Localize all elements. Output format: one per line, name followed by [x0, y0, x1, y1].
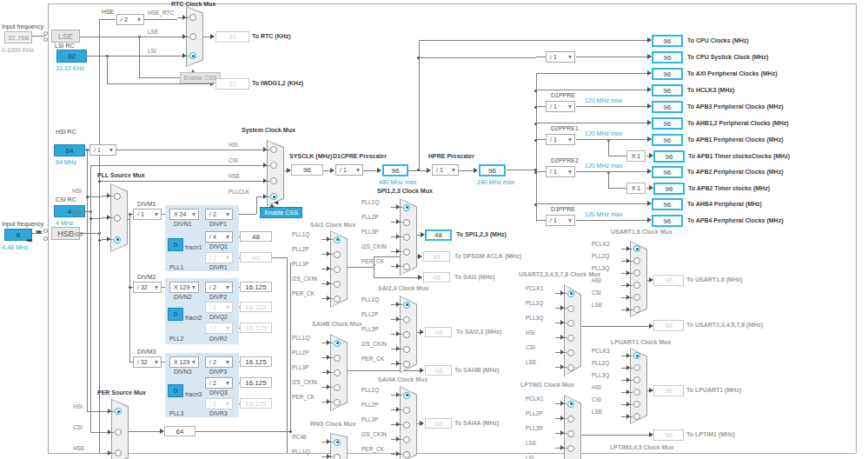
mux-radio[interactable]	[567, 320, 574, 327]
mux-radio[interactable]	[633, 282, 640, 289]
mux-radio[interactable]	[334, 340, 341, 347]
mux-radio[interactable]	[633, 389, 640, 396]
mux-radio[interactable]	[403, 436, 410, 443]
d1cpre-select[interactable]: / 1	[335, 164, 363, 176]
mux-radio[interactable]	[567, 364, 574, 371]
mux-radio[interactable]	[334, 281, 341, 288]
mux-radio[interactable]	[270, 177, 277, 184]
mux-radio[interactable]	[403, 422, 410, 429]
mux-radio[interactable]	[334, 266, 341, 273]
mux-radio[interactable]	[567, 305, 574, 312]
mux-radio[interactable]	[633, 352, 640, 359]
output-row-ahb12: 96To AHB1,2 Peripheral Clocks (MHz)	[536, 117, 868, 130]
mux-radio[interactable]	[403, 263, 410, 270]
divq1-select[interactable]: / 4	[205, 231, 233, 243]
mux-radio[interactable]	[403, 451, 410, 458]
mux-radio[interactable]	[334, 439, 341, 446]
lse-oscillator-button[interactable]: LSE	[51, 30, 80, 43]
lse-input-frequency-field[interactable]: 32.768	[4, 31, 32, 43]
mux-radio[interactable]	[567, 430, 574, 437]
mux-radio[interactable]	[115, 429, 122, 436]
mux-radio[interactable]	[403, 316, 410, 323]
mux-radio[interactable]	[403, 407, 410, 414]
prescaler-select[interactable]: / 1	[546, 51, 575, 63]
divp3-select[interactable]: / 2	[205, 356, 233, 368]
mux-radio[interactable]	[633, 376, 640, 383]
mux-radio[interactable]	[115, 408, 122, 415]
mux-radio[interactable]	[334, 296, 341, 303]
hpre-select[interactable]: / 1	[432, 164, 459, 176]
mux-radio[interactable]	[334, 384, 341, 391]
mux-radio[interactable]	[403, 234, 410, 241]
hsi-divider-select[interactable]: / 1	[89, 144, 116, 156]
mux-radio[interactable]	[403, 204, 410, 211]
mux-radio[interactable]	[334, 399, 341, 406]
divm2-select[interactable]: / 32	[133, 282, 162, 293]
mux-radio[interactable]	[403, 219, 410, 226]
mux-radio[interactable]	[567, 290, 574, 297]
divn2-select[interactable]: X 129	[169, 282, 199, 293]
mux-radio[interactable]	[334, 236, 341, 243]
mux-radio[interactable]	[633, 257, 640, 264]
mux-radio[interactable]	[115, 449, 122, 456]
mux-radio[interactable]	[633, 364, 640, 371]
divm1-select[interactable]: / 1	[133, 209, 162, 220]
prescaler-select[interactable]: / 1	[546, 101, 575, 112]
divq3-select[interactable]: / 2	[205, 377, 233, 389]
mux-radio[interactable]	[403, 331, 410, 338]
mux-radio[interactable]	[114, 215, 121, 222]
divq2-select[interactable]: / 2	[205, 302, 233, 313]
mux-radio[interactable]	[403, 249, 410, 256]
mux-radio[interactable]	[403, 361, 410, 368]
mux-radio[interactable]	[633, 306, 640, 313]
divm3-select[interactable]: / 32	[133, 356, 162, 368]
mux-radio[interactable]	[403, 302, 410, 309]
mux-radio[interactable]	[270, 146, 277, 153]
lsi-value-box[interactable]: 32	[56, 50, 87, 63]
mux-radio[interactable]	[270, 162, 277, 169]
prescaler-select[interactable]: / 1	[546, 134, 575, 145]
mux-radio[interactable]	[633, 401, 640, 408]
divn3-select[interactable]: X 129	[169, 356, 199, 368]
fracn1-box[interactable]: 0	[168, 238, 183, 251]
mux-radio[interactable]	[633, 413, 640, 420]
mux-radio[interactable]	[633, 269, 640, 276]
mux-radio[interactable]	[189, 33, 196, 40]
mux-radio[interactable]	[403, 392, 410, 399]
mux-input-wire	[177, 37, 189, 37]
mux-radio[interactable]	[567, 335, 574, 342]
mux-radio[interactable]	[633, 245, 640, 252]
divp1-select[interactable]: / 2	[205, 209, 233, 220]
divr3-select[interactable]: / 2	[205, 398, 233, 409]
mux-input-label: PCLK2	[592, 241, 621, 247]
mux-radio[interactable]	[567, 416, 574, 422]
mux-radio[interactable]	[114, 193, 121, 200]
mux-radio[interactable]	[633, 294, 640, 301]
mux-radio[interactable]	[567, 349, 574, 356]
mux-radio[interactable]	[189, 14, 196, 21]
rtc-hse-divider-select[interactable]: / 2	[116, 14, 144, 25]
divp2-select[interactable]: / 2	[205, 282, 233, 293]
mux-radio[interactable]	[334, 355, 341, 362]
fracn3-box[interactable]: 0	[168, 384, 183, 397]
mux-radio[interactable]	[189, 52, 196, 59]
mux-input-label: PER_CK	[292, 394, 321, 400]
clock-output-label: To APB1 Timer clocksClocks (MHz)	[688, 153, 790, 160]
mux-radio[interactable]	[270, 193, 277, 200]
divr1-select[interactable]: / 2	[205, 252, 233, 263]
divr2-select[interactable]: / 2	[205, 323, 233, 334]
enable-css-button-system[interactable]: Enable CSS	[260, 207, 302, 218]
prescaler-select[interactable]: / 1	[546, 166, 575, 177]
mux-radio[interactable]	[334, 369, 341, 376]
mux-radio[interactable]	[567, 401, 574, 408]
mux-radio[interactable]	[114, 236, 121, 243]
mux-radio[interactable]	[334, 454, 341, 459]
divn1-select[interactable]: X 24	[169, 209, 199, 220]
hsi-value-box[interactable]: 64	[54, 144, 85, 156]
mux-radio[interactable]	[567, 445, 574, 452]
fracn2-box[interactable]: 0	[168, 308, 183, 321]
enable-css-button-rtc[interactable]: Enable CSS	[180, 72, 221, 83]
mux-radio[interactable]	[403, 346, 410, 353]
prescaler-select[interactable]: / 1	[546, 215, 575, 226]
mux-radio[interactable]	[334, 251, 341, 258]
